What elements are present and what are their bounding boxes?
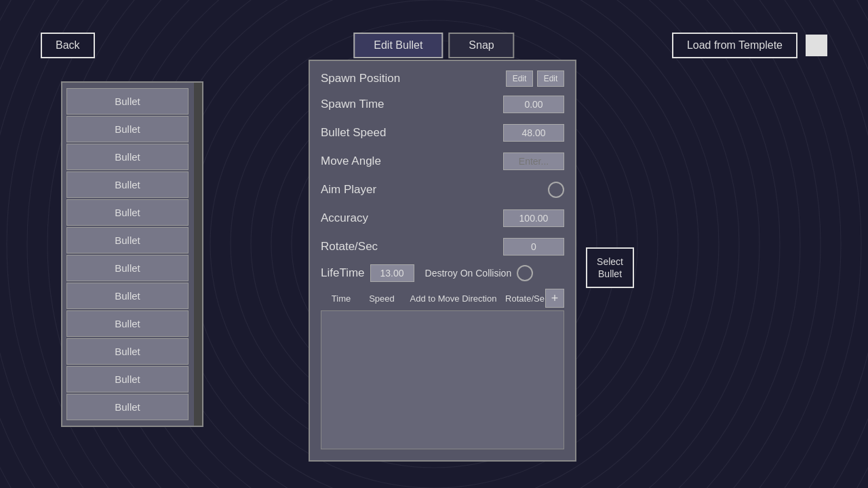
lifetime-label: LifeTime [321,266,365,280]
bullet-speed-row: Bullet Speed [321,122,564,144]
rotate-sec-label: Rotate/Sec [321,240,503,253]
select-bullet-button[interactable]: SelectBullet [586,247,634,288]
bullet-list-item[interactable]: Bullet [66,227,189,253]
spawn-time-label: Spawn Time [321,98,503,111]
bullet-list-item[interactable]: Bullet [66,171,189,198]
speed-col-header: Speed [361,293,402,304]
rotate-sec-row: Rotate/Sec [321,236,564,258]
bullet-list-item[interactable]: Bullet [66,310,189,337]
bullet-speed-label: Bullet Speed [321,126,503,140]
bullet-list-item[interactable]: Bullet [66,394,189,420]
top-center-area: Edit Bullet Snap [353,33,514,58]
move-table-area [321,310,564,449]
move-angle-row: Move Angle [321,150,564,172]
spawn-time-input[interactable] [503,96,564,113]
back-button[interactable]: Back [41,33,95,58]
select-bullet-label: SelectBullet [597,256,623,279]
bullet-list-item[interactable]: Bullet [66,144,189,170]
add-move-direction-button[interactable]: + [545,289,564,308]
accuracy-row: Accuracy [321,207,564,229]
bullet-list-item[interactable]: Bullet [66,338,189,365]
lifetime-input[interactable] [370,264,414,282]
add-move-dir-col-header: Add to Move Direction [402,293,505,304]
aim-player-row: Aim Player [321,179,564,201]
rotate-se-col-header: Rotate/Se [505,293,545,304]
bullet-list-item[interactable]: Bullet [66,283,189,309]
edit-bullet-tab[interactable]: Edit Bullet [353,33,443,58]
move-direction-header: Time Speed Add to Move Direction Rotate/… [321,289,564,308]
scroll-bar[interactable] [194,83,202,426]
spawn-time-row: Spawn Time [321,94,564,115]
edit-panel: Spawn Position Edit Edit Spawn Time Bull… [309,60,576,462]
bullet-list-item[interactable]: Bullet [66,199,189,226]
bullet-list-panel: BulletBulletBulletBulletBulletBulletBull… [61,81,203,427]
move-angle-input[interactable] [503,152,564,170]
spawn-position-label: Spawn Position [321,72,502,85]
bullet-list-item[interactable]: Bullet [66,366,189,392]
accuracy-label: Accuracy [321,211,503,225]
accuracy-input[interactable] [503,209,564,227]
bullet-list-item[interactable]: Bullet [66,88,189,115]
load-template-button[interactable]: Load from Templete [672,33,797,58]
spawn-edit-btn-2[interactable]: Edit [537,70,564,87]
aim-player-label: Aim Player [321,183,548,197]
spawn-edit-btn-1[interactable]: Edit [506,70,533,87]
bullet-speed-input[interactable] [503,124,564,142]
move-angle-label: Move Angle [321,155,503,168]
destroy-collision-label: Destroy On Collision [425,268,512,279]
top-bar: Back Edit Bullet Snap Load from Templete [0,33,868,58]
rotate-sec-input[interactable] [503,238,564,256]
aim-player-toggle[interactable] [548,182,564,198]
lifetime-row: LifeTime Destroy On Collision [321,264,564,282]
top-right-area: Load from Templete [672,33,827,58]
bullet-list-item[interactable]: Bullet [66,116,189,142]
white-square-button[interactable] [806,35,827,56]
time-col-header: Time [321,293,361,304]
top-left-area: Back [41,33,95,58]
snap-tab[interactable]: Snap [448,33,514,58]
bullet-list-item[interactable]: Bullet [66,255,189,281]
spawn-position-row: Spawn Position Edit Edit [321,70,564,87]
destroy-collision-toggle[interactable] [517,265,533,281]
